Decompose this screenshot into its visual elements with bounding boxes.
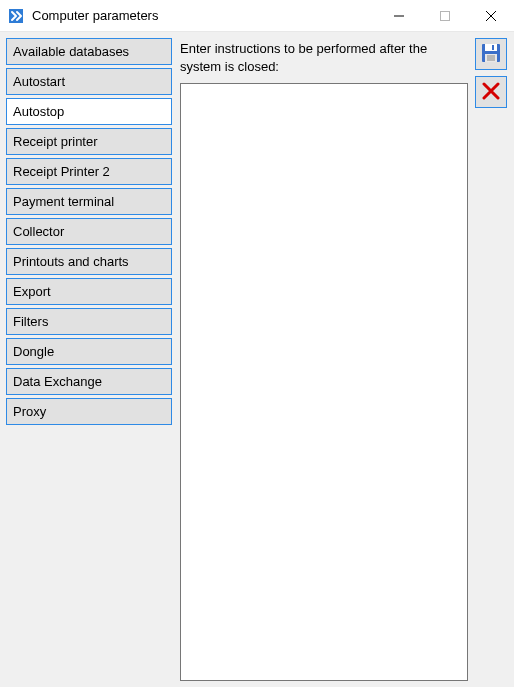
sidebar-item-label: Export	[13, 284, 51, 299]
cancel-icon	[482, 82, 500, 103]
minimize-button[interactable]	[376, 0, 422, 32]
sidebar-item-label: Receipt printer	[13, 134, 98, 149]
sidebar-item-autostop[interactable]: Autostop	[6, 98, 172, 125]
titlebar: Computer parameters	[0, 0, 514, 32]
client-area: Available databasesAutostartAutostopRece…	[0, 32, 514, 687]
save-button[interactable]	[475, 38, 507, 70]
sidebar-item-dongle[interactable]: Dongle	[6, 338, 172, 365]
sidebar-item-proxy[interactable]: Proxy	[6, 398, 172, 425]
cancel-button[interactable]	[475, 76, 507, 108]
main-panel: Enter instructions to be performed after…	[172, 32, 474, 687]
instructions-label: Enter instructions to be performed after…	[180, 40, 468, 75]
sidebar-item-receipt-printer[interactable]: Receipt printer	[6, 128, 172, 155]
sidebar-item-label: Collector	[13, 224, 64, 239]
instructions-input[interactable]	[180, 83, 468, 681]
sidebar-item-payment-terminal[interactable]: Payment terminal	[6, 188, 172, 215]
sidebar-item-receipt-printer-2[interactable]: Receipt Printer 2	[6, 158, 172, 185]
svg-rect-4	[492, 45, 494, 50]
sidebar-item-label: Proxy	[13, 404, 46, 419]
svg-rect-1	[441, 11, 450, 20]
sidebar-item-export[interactable]: Export	[6, 278, 172, 305]
sidebar-item-filters[interactable]: Filters	[6, 308, 172, 335]
sidebar-item-available-databases[interactable]: Available databases	[6, 38, 172, 65]
app-icon	[8, 8, 24, 24]
sidebar-item-label: Receipt Printer 2	[13, 164, 110, 179]
sidebar-item-data-exchange[interactable]: Data Exchange	[6, 368, 172, 395]
sidebar-item-label: Data Exchange	[13, 374, 102, 389]
sidebar-item-label: Available databases	[13, 44, 129, 59]
maximize-button	[422, 0, 468, 32]
sidebar-item-label: Filters	[13, 314, 48, 329]
sidebar-item-collector[interactable]: Collector	[6, 218, 172, 245]
sidebar-item-label: Payment terminal	[13, 194, 114, 209]
right-toolbar	[474, 32, 514, 687]
close-button[interactable]	[468, 0, 514, 32]
save-icon	[481, 43, 501, 66]
sidebar-item-autostart[interactable]: Autostart	[6, 68, 172, 95]
svg-rect-3	[485, 44, 497, 51]
sidebar: Available databasesAutostartAutostopRece…	[0, 32, 172, 687]
sidebar-item-label: Autostart	[13, 74, 65, 89]
sidebar-item-label: Dongle	[13, 344, 54, 359]
window-title: Computer parameters	[32, 8, 376, 23]
sidebar-item-printouts-and-charts[interactable]: Printouts and charts	[6, 248, 172, 275]
sidebar-item-label: Printouts and charts	[13, 254, 129, 269]
sidebar-item-label: Autostop	[13, 104, 64, 119]
